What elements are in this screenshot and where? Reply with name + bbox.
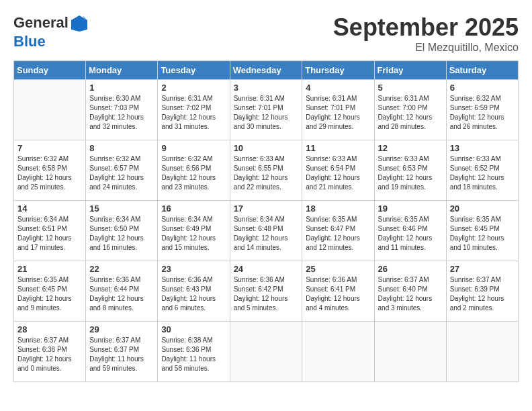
day-number: 10 [234,143,299,153]
day-number: 22 [89,264,154,274]
day-info: Sunrise: 6:33 AM Sunset: 6:53 PM Dayligh… [378,154,443,192]
week-row-3: 14Sunrise: 6:34 AM Sunset: 6:51 PM Dayli… [14,201,519,261]
day-info: Sunrise: 6:32 AM Sunset: 6:57 PM Dayligh… [89,154,154,192]
day-info: Sunrise: 6:31 AM Sunset: 7:02 PM Dayligh… [161,94,226,132]
day-info: Sunrise: 6:32 AM Sunset: 6:56 PM Dayligh… [161,154,226,192]
week-row-5: 28Sunrise: 6:37 AM Sunset: 6:38 PM Dayli… [14,322,519,382]
day-info: Sunrise: 6:37 AM Sunset: 6:37 PM Dayligh… [89,336,154,373]
calendar-cell: 13Sunrise: 6:33 AM Sunset: 6:52 PM Dayli… [446,140,518,201]
calendar-cell [446,322,518,382]
day-info: Sunrise: 6:31 AM Sunset: 7:00 PM Dayligh… [378,94,443,132]
calendar-cell: 25Sunrise: 6:36 AM Sunset: 6:41 PM Dayli… [302,261,374,322]
day-number: 7 [17,143,82,153]
logo-blue: Blue [13,33,46,50]
day-number: 6 [450,83,515,93]
day-number: 12 [378,143,443,153]
day-info: Sunrise: 6:35 AM Sunset: 6:45 PM Dayligh… [17,275,82,313]
day-number: 15 [89,203,154,214]
day-info: Sunrise: 6:33 AM Sunset: 6:55 PM Dayligh… [234,154,299,192]
day-info: Sunrise: 6:33 AM Sunset: 6:54 PM Dayligh… [306,154,370,192]
calendar-cell: 18Sunrise: 6:35 AM Sunset: 6:47 PM Dayli… [302,201,374,261]
day-number: 5 [378,83,443,93]
calendar-cell: 9Sunrise: 6:32 AM Sunset: 6:56 PM Daylig… [158,140,230,201]
calendar-table: SundayMondayTuesdayWednesdayThursdayFrid… [13,60,519,382]
day-number: 23 [161,264,226,274]
day-number: 9 [161,143,226,153]
day-number: 27 [450,264,515,274]
calendar-header-wednesday: Wednesday [230,61,302,80]
title-block: September 2025 El Mezquitillo, Mexico [333,13,519,54]
calendar-cell: 7Sunrise: 6:32 AM Sunset: 6:58 PM Daylig… [14,140,86,201]
logo-general: General [13,14,69,31]
day-info: Sunrise: 6:34 AM Sunset: 6:50 PM Dayligh… [89,215,154,253]
calendar-header-sunday: Sunday [14,61,86,80]
day-number: 14 [17,203,82,214]
day-info: Sunrise: 6:34 AM Sunset: 6:49 PM Dayligh… [161,215,226,253]
calendar-cell: 24Sunrise: 6:36 AM Sunset: 6:42 PM Dayli… [230,261,302,322]
day-number: 29 [89,324,154,334]
day-number: 17 [234,203,299,214]
day-info: Sunrise: 6:37 AM Sunset: 6:40 PM Dayligh… [378,275,443,313]
calendar-cell: 17Sunrise: 6:34 AM Sunset: 6:48 PM Dayli… [230,201,302,261]
calendar-cell [14,80,86,140]
day-info: Sunrise: 6:36 AM Sunset: 6:41 PM Dayligh… [306,275,370,313]
day-number: 21 [17,264,82,274]
day-number: 13 [450,143,515,153]
calendar-cell: 11Sunrise: 6:33 AM Sunset: 6:54 PM Dayli… [302,140,374,201]
day-number: 3 [234,83,299,93]
day-info: Sunrise: 6:31 AM Sunset: 7:01 PM Dayligh… [306,94,370,132]
calendar-cell: 27Sunrise: 6:37 AM Sunset: 6:39 PM Dayli… [446,261,518,322]
logo: General Blue [13,13,90,50]
page-header: General Blue September 2025 El Mezquitil… [13,13,519,54]
calendar-cell [302,322,374,382]
day-info: Sunrise: 6:36 AM Sunset: 6:42 PM Dayligh… [234,275,299,313]
day-number: 2 [161,83,226,93]
day-info: Sunrise: 6:37 AM Sunset: 6:38 PM Dayligh… [17,336,82,373]
calendar-cell: 21Sunrise: 6:35 AM Sunset: 6:45 PM Dayli… [14,261,86,322]
week-row-4: 21Sunrise: 6:35 AM Sunset: 6:45 PM Dayli… [14,261,519,322]
day-number: 16 [161,203,226,214]
calendar-cell: 2Sunrise: 6:31 AM Sunset: 7:02 PM Daylig… [158,80,230,140]
day-number: 26 [378,264,443,274]
day-number: 4 [306,83,370,93]
calendar-header-friday: Friday [374,61,446,80]
calendar-cell: 15Sunrise: 6:34 AM Sunset: 6:50 PM Dayli… [86,201,158,261]
day-number: 19 [378,203,443,214]
calendar-cell: 16Sunrise: 6:34 AM Sunset: 6:49 PM Dayli… [158,201,230,261]
day-info: Sunrise: 6:30 AM Sunset: 7:03 PM Dayligh… [89,94,154,132]
calendar-cell: 1Sunrise: 6:30 AM Sunset: 7:03 PM Daylig… [86,80,158,140]
day-info: Sunrise: 6:31 AM Sunset: 7:01 PM Dayligh… [234,94,299,132]
calendar-header-monday: Monday [86,61,158,80]
day-number: 24 [234,264,299,274]
calendar-cell [374,322,446,382]
calendar-cell: 28Sunrise: 6:37 AM Sunset: 6:38 PM Dayli… [14,322,86,382]
day-number: 30 [161,324,226,334]
day-info: Sunrise: 6:32 AM Sunset: 6:58 PM Dayligh… [17,154,82,192]
calendar-cell: 29Sunrise: 6:37 AM Sunset: 6:37 PM Dayli… [86,322,158,382]
calendar-cell: 19Sunrise: 6:35 AM Sunset: 6:46 PM Dayli… [374,201,446,261]
calendar-cell: 3Sunrise: 6:31 AM Sunset: 7:01 PM Daylig… [230,80,302,140]
day-info: Sunrise: 6:35 AM Sunset: 6:46 PM Dayligh… [378,215,443,253]
day-info: Sunrise: 6:34 AM Sunset: 6:48 PM Dayligh… [234,215,299,253]
calendar-header-saturday: Saturday [446,61,518,80]
week-row-2: 7Sunrise: 6:32 AM Sunset: 6:58 PM Daylig… [14,140,519,201]
calendar-cell: 20Sunrise: 6:35 AM Sunset: 6:45 PM Dayli… [446,201,518,261]
calendar-header-row: SundayMondayTuesdayWednesdayThursdayFrid… [14,61,519,80]
calendar-cell: 30Sunrise: 6:38 AM Sunset: 6:36 PM Dayli… [158,322,230,382]
day-number: 28 [17,324,82,334]
logo-text: General [13,13,90,34]
day-info: Sunrise: 6:35 AM Sunset: 6:47 PM Dayligh… [306,215,370,253]
calendar-cell [230,322,302,382]
calendar-cell: 14Sunrise: 6:34 AM Sunset: 6:51 PM Dayli… [14,201,86,261]
location-subtitle: El Mezquitillo, Mexico [333,42,519,54]
day-info: Sunrise: 6:34 AM Sunset: 6:51 PM Dayligh… [17,215,82,253]
logo-blue-text: Blue [13,34,90,50]
day-info: Sunrise: 6:36 AM Sunset: 6:44 PM Dayligh… [89,275,154,313]
day-number: 18 [306,203,370,214]
calendar-cell: 10Sunrise: 6:33 AM Sunset: 6:55 PM Dayli… [230,140,302,201]
calendar-cell: 22Sunrise: 6:36 AM Sunset: 6:44 PM Dayli… [86,261,158,322]
calendar-cell: 4Sunrise: 6:31 AM Sunset: 7:01 PM Daylig… [302,80,374,140]
calendar-cell: 23Sunrise: 6:36 AM Sunset: 6:43 PM Dayli… [158,261,230,322]
day-number: 1 [89,83,154,93]
calendar-cell: 5Sunrise: 6:31 AM Sunset: 7:00 PM Daylig… [374,80,446,140]
